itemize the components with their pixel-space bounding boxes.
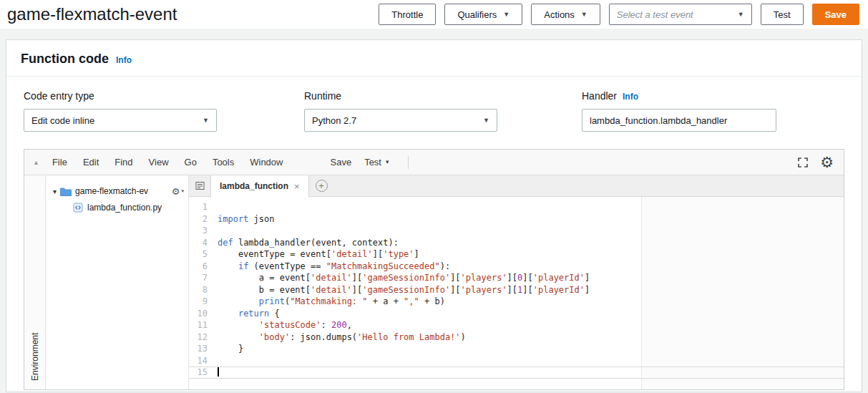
code-line[interactable]: 11 'statusCode': 200, — [189, 319, 844, 331]
editor-tabbar: lambda_function × + — [189, 175, 844, 197]
menu-item-window[interactable]: Window — [250, 157, 283, 168]
line-number: 7 — [189, 272, 218, 284]
tree-file-name: lambda_function.py — [87, 203, 188, 213]
menu-item-view[interactable]: View — [149, 157, 169, 168]
tab-close-icon[interactable]: × — [294, 181, 300, 192]
page-header: game-flexmatch-event Throttle Qualifiers… — [0, 0, 868, 29]
line-number: 6 — [189, 261, 218, 273]
environment-strip: Environment — [24, 175, 46, 389]
collapse-editor-icon[interactable]: ▲ — [33, 159, 39, 166]
code-line[interactable]: 10 return { — [189, 308, 844, 320]
new-tab-icon[interactable]: + — [316, 180, 328, 192]
tab-label: lambda_function — [220, 181, 288, 191]
chevron-down-icon: ▼ — [203, 117, 209, 124]
editor-save-menu[interactable]: Save — [330, 157, 351, 168]
function-code-info-link[interactable]: Info — [116, 55, 132, 65]
test-label: Test — [774, 9, 791, 20]
code-entry-type-label: Code entry type — [24, 90, 94, 102]
menu-item-file[interactable]: File — [52, 157, 67, 168]
line-content: } — [218, 343, 844, 355]
menu-item-find[interactable]: Find — [114, 157, 132, 168]
line-content: 'body': json.dumps('Hello from Lambda!') — [218, 331, 844, 344]
line-content: b = event['detail']['gameSessionInfo']['… — [218, 284, 844, 296]
python-file-icon — [73, 203, 83, 213]
handler-input[interactable] — [590, 115, 769, 126]
editor-main: lambda_function × + 12import json34def l… — [189, 175, 844, 389]
line-content: print("Matchmaking: " + a + "," + b) — [218, 296, 844, 308]
menubar-right-icons: ⚙ — [797, 155, 835, 170]
menu-item-go[interactable]: Go — [185, 157, 197, 168]
editor-body: Environment ▾ game-flexmatch-ev ⚙▾ — [24, 175, 844, 389]
tree-folder-row[interactable]: ▾ game-flexmatch-ev ⚙▾ — [46, 183, 188, 200]
actions-button[interactable]: Actions ▼ — [531, 4, 600, 25]
text-cursor — [218, 367, 219, 377]
code-line[interactable]: 14 — [189, 355, 844, 367]
code-editor: ▲ FileEditFindViewGoToolsWindow Save Tes… — [24, 149, 844, 390]
function-code-panel: Function code Info Code entry type Edit … — [6, 39, 862, 392]
line-number: 4 — [189, 237, 218, 249]
tab-list-icon[interactable] — [189, 175, 210, 196]
line-content: if (eventType == "MatchmakingSucceeded")… — [218, 261, 844, 273]
chevron-down-icon: ▼ — [503, 11, 509, 18]
code-lines: 12import json34def lambda_handler(event,… — [189, 201, 844, 379]
code-line[interactable]: 9 print("Matchmaking: " + a + "," + b) — [189, 296, 844, 308]
code-line[interactable]: 6 if (eventType == "MatchmakingSucceeded… — [189, 261, 844, 273]
code-entry-type-select[interactable]: Edit code inline ▼ — [24, 109, 217, 132]
runtime-select[interactable]: Python 2.7 ▼ — [304, 109, 497, 132]
folder-icon — [60, 187, 72, 196]
environment-tab[interactable]: Environment — [30, 175, 40, 389]
line-content: import json — [218, 213, 844, 225]
code-line[interactable]: 4def lambda_handler(event, context): — [189, 237, 844, 249]
line-content: def lambda_handler(event, context): — [218, 237, 844, 249]
throttle-button[interactable]: Throttle — [379, 4, 436, 25]
code-line[interactable]: 12 'body': json.dumps('Hello from Lambda… — [189, 331, 844, 344]
editor-settings-gear-icon[interactable]: ⚙ — [820, 155, 834, 170]
function-title: game-flexmatch-event — [7, 4, 177, 24]
menu-item-edit[interactable]: Edit — [83, 157, 99, 168]
throttle-label: Throttle — [391, 9, 423, 20]
line-number: 10 — [189, 308, 218, 320]
code-line[interactable]: 8 b = event['detail']['gameSessionInfo']… — [189, 284, 844, 296]
code-line[interactable]: 1 — [189, 201, 844, 213]
tab-lambda-function[interactable]: lambda_function × — [210, 175, 309, 197]
disclosure-triangle-icon[interactable]: ▾ — [53, 188, 57, 195]
header-actions: Throttle Qualifiers ▼ Actions ▼ Select a… — [379, 4, 859, 25]
line-content: eventType = event['detail']['type'] — [218, 248, 844, 261]
runtime-field: Runtime Python 2.7 ▼ — [304, 90, 497, 132]
tree-settings-gear-icon[interactable]: ⚙▾ — [172, 187, 184, 196]
handler-field: Handler Info — [582, 90, 776, 132]
test-button[interactable]: Test — [761, 4, 804, 25]
chevron-down-icon: ▼ — [581, 11, 587, 18]
code-line[interactable]: 15 — [189, 367, 844, 379]
line-number: 2 — [189, 213, 218, 225]
actions-label: Actions — [544, 9, 575, 20]
qualifiers-button[interactable]: Qualifiers ▼ — [444, 4, 522, 25]
code-line[interactable]: 7 a = event['detail']['gameSessionInfo']… — [189, 272, 844, 284]
code-line[interactable]: 3 — [189, 225, 844, 237]
line-content — [218, 225, 844, 237]
code-line[interactable]: 13 } — [189, 343, 844, 355]
line-content — [218, 355, 844, 367]
code-line[interactable]: 5 eventType = event['detail']['type'] — [189, 248, 844, 261]
panel-title: Function code — [21, 52, 109, 67]
chevron-down-icon: ▼ — [738, 11, 744, 18]
line-content — [218, 201, 844, 213]
tree-folder-name: game-flexmatch-ev — [75, 186, 168, 196]
menubar-divider — [408, 156, 409, 169]
handler-info-link[interactable]: Info — [623, 92, 638, 102]
test-event-select[interactable]: Select a test event ▼ — [609, 4, 752, 25]
line-number: 3 — [189, 225, 218, 237]
line-number: 5 — [189, 248, 218, 261]
code-line[interactable]: 2import json — [189, 213, 844, 225]
editor-menubar-items: FileEditFindViewGoToolsWindow — [52, 157, 299, 168]
editor-test-menu[interactable]: Test ▾ — [364, 157, 389, 168]
tree-file-row[interactable]: lambda_function.py — [46, 200, 188, 215]
editor-menubar: ▲ FileEditFindViewGoToolsWindow Save Tes… — [24, 150, 844, 175]
menu-item-tools[interactable]: Tools — [213, 157, 234, 168]
handler-label: Handler — [582, 90, 617, 102]
save-button[interactable]: Save — [812, 4, 859, 25]
line-number: 1 — [189, 201, 218, 213]
line-number: 12 — [189, 331, 218, 344]
code-area[interactable]: 12import json34def lambda_handler(event,… — [189, 197, 844, 389]
fullscreen-icon[interactable] — [797, 157, 809, 168]
